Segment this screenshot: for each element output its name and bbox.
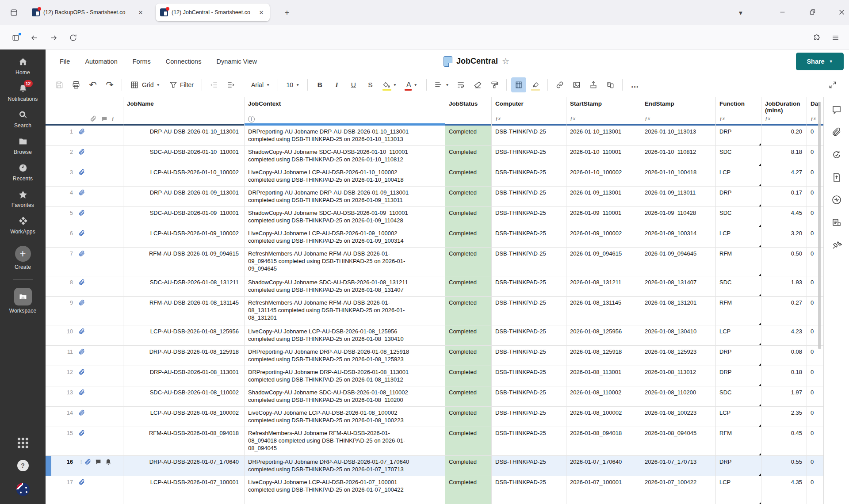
fill-color-button[interactable]: ▼ — [379, 77, 400, 92]
link-button[interactable] — [552, 77, 567, 92]
fullscreen-expand-icon[interactable] — [825, 77, 840, 92]
row-gutter[interactable]: 10 — [46, 325, 123, 345]
table-row[interactable]: 3 LCP-AU-DSB-2026-01-10_100002 LiveCopy-… — [46, 166, 823, 187]
cell-date[interactable]: 0 — [807, 346, 823, 366]
cell-startstamp[interactable]: 2026-01-08_094018 — [566, 427, 641, 455]
cell-jobcontext[interactable]: LiveCopy-AU Jobname LCP-AU-DSB-2026-01-1… — [245, 166, 445, 186]
cell-jobstatus[interactable]: Completed — [445, 386, 492, 406]
activity-log-icon[interactable] — [831, 195, 842, 205]
cell-jobduration[interactable]: 4.23 — [761, 325, 807, 345]
cell-endstamp[interactable]: 2026-01-07_170713 — [641, 456, 716, 476]
cell-jobduration[interactable]: 1.93 — [761, 276, 807, 296]
column-header-endstamp[interactable]: EndStampƒx — [641, 97, 716, 126]
sidebar-item-favorites[interactable]: Favorites — [0, 189, 46, 208]
cell-function[interactable]: LCP — [716, 166, 761, 186]
cell-endstamp[interactable]: 2026-01-09_113011 — [641, 187, 716, 206]
cell-startstamp[interactable]: 2026-01-08_125956 — [566, 325, 641, 345]
cell-startstamp[interactable]: 2026-01-08_110002 — [566, 386, 641, 406]
cell-jobcontext[interactable]: RefreshMembers-AU Jobname RFM-AU-DSB-202… — [245, 248, 445, 276]
cell-jobname[interactable]: DRP-AU-DSB-2026-01-09_113001 — [123, 187, 245, 206]
cell-jobduration[interactable]: 0.45 — [761, 427, 807, 455]
cell-jobname[interactable]: LCP-AU-DSB-2026-01-08_100002 — [123, 407, 245, 427]
extensions-puzzle-icon[interactable] — [810, 31, 823, 44]
row-gutter[interactable]: 9 — [46, 297, 123, 325]
cell-computer[interactable]: DSB-THINKPAD-25 — [492, 427, 566, 455]
table-row[interactable]: 8 SDC-AU-DSB-2026-01-08_131211 ShadowCop… — [46, 276, 823, 297]
cell-jobduration[interactable]: 4.45 — [761, 207, 807, 227]
reload-icon[interactable] — [66, 31, 80, 44]
table-row[interactable]: 7 RFM-AU-DSB-2026-01-09_094615 RefreshMe… — [46, 248, 823, 276]
row-gutter[interactable]: 6 — [46, 227, 123, 247]
cell-startstamp[interactable]: 2026-01-10_113001 — [566, 126, 641, 145]
format-painter-icon[interactable] — [487, 77, 502, 92]
cell-computer[interactable]: DSB-THINKPAD-25 — [492, 187, 566, 206]
cell-computer[interactable]: DSB-THINKPAD-25 — [492, 456, 566, 476]
sidebar-toggle-icon[interactable] — [9, 31, 22, 44]
attachment-icon[interactable] — [78, 389, 85, 396]
bold-button[interactable]: B — [312, 77, 327, 92]
row-gutter[interactable]: 2 — [46, 146, 123, 166]
sidebar-item-notifications[interactable]: 12 Notifications — [0, 83, 46, 102]
cell-function[interactable]: DRP — [716, 187, 761, 206]
cell-function[interactable]: LCP — [716, 407, 761, 427]
cell-jobcontext[interactable]: DRPreporting-AU Jobname DRP-AU-DSB-2026-… — [245, 187, 445, 206]
cell-function[interactable]: SDC — [716, 146, 761, 166]
cell-startstamp[interactable]: 2026-01-09_100002 — [566, 227, 641, 247]
row-gutter[interactable]: 13 — [46, 386, 123, 406]
cell-jobcontext[interactable]: LiveCopy-AU Jobname LCP-AU-DSB-2026-01-0… — [245, 325, 445, 345]
attachments-column-icon[interactable] — [90, 115, 97, 122]
filter-button[interactable]: Filter — [165, 77, 197, 92]
cell-endstamp[interactable]: 2026-01-08_110200 — [641, 386, 716, 406]
cell-jobname[interactable]: SDC-AU-DSB-2026-01-08_131211 — [123, 276, 245, 296]
row-gutter[interactable]: 5 — [46, 207, 123, 227]
cell-jobstatus[interactable]: Completed — [445, 227, 492, 247]
cell-jobcontext[interactable]: LiveCopy-AU Jobname LCP-AU-DSB-2026-01-0… — [245, 476, 445, 504]
cell-jobstatus[interactable]: Completed — [445, 276, 492, 296]
attachment-icon[interactable] — [78, 250, 85, 257]
attachment-icon[interactable] — [78, 348, 85, 355]
vertical-scrollbar-thumb[interactable] — [818, 102, 821, 349]
align-button[interactable]: ▼ — [431, 77, 451, 92]
column-header-startstamp[interactable]: StartStampƒx — [566, 97, 641, 126]
column-header-jobduration[interactable]: JobDuration (mins)ƒx — [761, 97, 807, 126]
cell-startstamp[interactable]: 2026-01-08_113001 — [566, 366, 641, 386]
cell-endstamp[interactable]: 2026-01-08_130410 — [641, 325, 716, 345]
cell-jobduration[interactable]: 0.18 — [761, 366, 807, 386]
attachment-icon[interactable] — [78, 409, 85, 416]
cell-function[interactable]: DRP — [716, 346, 761, 366]
row-gutter[interactable]: 3 — [46, 166, 123, 186]
cell-function[interactable]: SDC — [716, 386, 761, 406]
cell-endstamp[interactable]: 2026-01-08_125923 — [641, 346, 716, 366]
cell-jobname[interactable]: DRP-AU-DSB-2026-01-10_113001 — [123, 126, 245, 145]
cell-computer[interactable]: DSB-THINKPAD-25 — [492, 407, 566, 427]
cell-function[interactable]: RFM — [716, 427, 761, 455]
conversations-icon[interactable] — [831, 104, 842, 115]
cell-function[interactable]: DRP — [716, 456, 761, 476]
cell-jobname[interactable]: DRP-AU-DSB-2026-01-07_170640 — [123, 456, 245, 476]
indent-button[interactable] — [223, 77, 238, 92]
cell-startstamp[interactable]: 2026-01-09_094615 — [566, 248, 641, 276]
wrap-text-button[interactable] — [453, 77, 468, 92]
cell-endstamp[interactable]: 2026-01-08_131201 — [641, 297, 716, 325]
table-row[interactable]: 10 LCP-AU-DSB-2026-01-08_125956 LiveCopy… — [46, 325, 823, 346]
cell-computer[interactable]: DSB-THINKPAD-25 — [492, 248, 566, 276]
cell-format-button[interactable] — [603, 77, 618, 92]
view-selector[interactable]: Grid▼ — [126, 77, 164, 92]
cell-computer[interactable]: DSB-THINKPAD-25 — [492, 207, 566, 227]
cell-jobname[interactable]: SDC-AU-DSB-2026-01-08_110002 — [123, 386, 245, 406]
table-row[interactable]: 1 DRP-AU-DSB-2026-01-10_113001 DRPreport… — [46, 126, 823, 146]
cell-computer[interactable]: DSB-THINKPAD-25 — [492, 227, 566, 247]
app-launcher-icon[interactable] — [18, 438, 28, 448]
cell-startstamp[interactable]: 2026-01-08_131211 — [566, 276, 641, 296]
favorite-star-icon[interactable]: ☆ — [502, 56, 509, 66]
column-header-jobname[interactable]: JobName — [123, 97, 245, 126]
cell-computer[interactable]: DSB-THINKPAD-25 — [492, 325, 566, 345]
cell-computer[interactable]: DSB-THINKPAD-25 — [492, 146, 566, 166]
row-gutter[interactable]: 17 — [46, 476, 123, 504]
cell-endstamp[interactable]: 2026-01-08_094045 — [641, 427, 716, 455]
cell-jobname[interactable]: LCP-AU-DSB-2026-01-09_100002 — [123, 227, 245, 247]
row-gutter[interactable]: 16 ⋮ — [46, 456, 123, 476]
cell-jobduration[interactable]: 0.20 — [761, 126, 807, 145]
table-row[interactable]: 5 SDC-AU-DSB-2026-01-09_110001 ShadowCop… — [46, 207, 823, 227]
cell-jobname[interactable]: RFM-AU-DSB-2026-01-09_094615 — [123, 248, 245, 276]
